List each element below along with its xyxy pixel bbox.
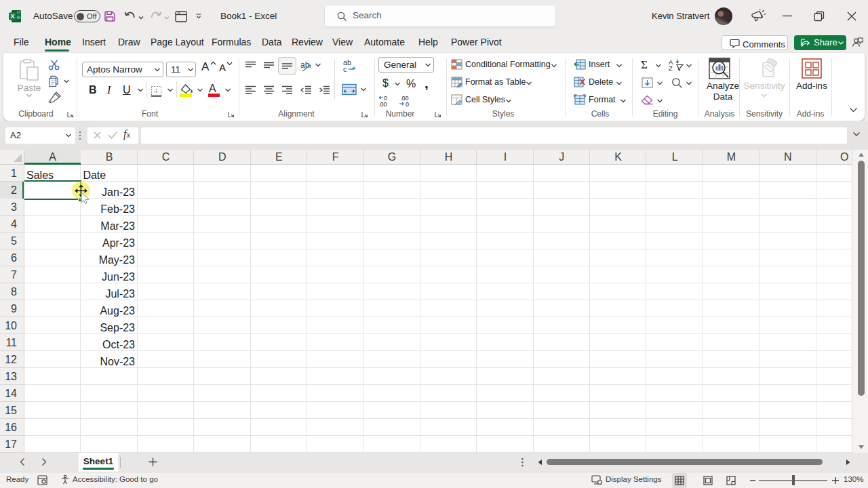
svg-text:Z: Z (669, 64, 673, 71)
svg-text:.00: .00 (378, 101, 387, 107)
svg-text:c: c (343, 65, 347, 73)
svg-text:X: X (10, 12, 15, 20)
svg-text:0: 0 (406, 101, 409, 107)
